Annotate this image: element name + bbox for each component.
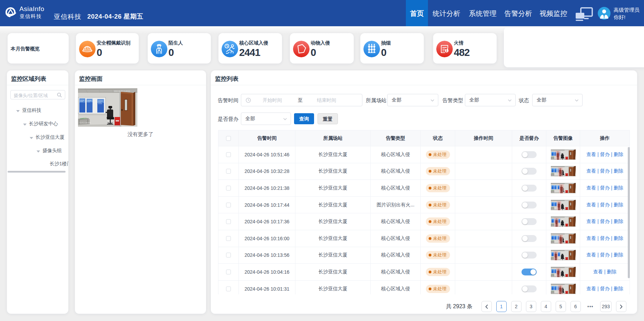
svg-text:2024-04-26 15:28:04: 2024-04-26 15:28:04: [114, 90, 130, 92]
svg-text:CS-F1 Camera: CS-F1 Camera: [79, 121, 91, 124]
